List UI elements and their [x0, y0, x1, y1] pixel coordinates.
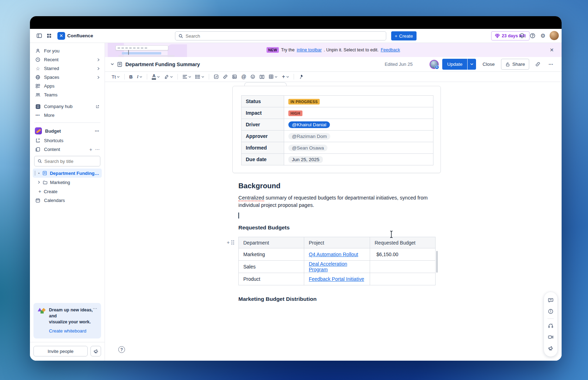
sidebar-item-calendars[interactable]: Calendars — [33, 196, 102, 205]
invite-people-button[interactable]: Invite people — [33, 346, 88, 356]
project-link[interactable]: Feedback Portal Initiative — [309, 276, 364, 282]
column-header[interactable]: Project — [304, 237, 370, 248]
collapse-sidebar-icon[interactable] — [34, 31, 44, 41]
emoji-icon[interactable] — [249, 72, 257, 81]
banner-close-icon[interactable]: ✕ — [548, 46, 555, 53]
link-icon[interactable] — [221, 72, 230, 81]
align-dropdown[interactable] — [181, 72, 193, 81]
user-avatar[interactable] — [550, 31, 559, 40]
sidebar-item-shortcuts[interactable]: Shortcuts — [33, 136, 102, 145]
requested-budgets-heading[interactable]: Requested Budgets — [238, 224, 435, 231]
column-header[interactable]: Requested Budget — [370, 237, 436, 248]
mention-icon[interactable]: @ — [239, 72, 248, 81]
drag-handle-icon[interactable] — [231, 240, 234, 245]
date-chip[interactable]: Jun 25, 2025 — [288, 156, 323, 163]
project-link[interactable]: Deal Acceleration Program — [309, 261, 347, 272]
distribution-heading[interactable]: Marketing Budget Distribution — [238, 296, 435, 302]
sidebar-item-recent[interactable]: Recent — [33, 55, 102, 64]
editor-help-button[interactable]: ? — [118, 346, 125, 353]
window-titlebar[interactable] — [30, 16, 562, 29]
page-title[interactable]: Department Funding Summary — [125, 62, 200, 67]
project-link[interactable]: Q4 Automation Rollout — [309, 252, 358, 257]
editor-canvas[interactable]: Status IN PROGRESS Impact HIGH Driver @K… — [105, 82, 562, 361]
bold-button[interactable]: B — [127, 72, 135, 81]
sidebar-item-for-you[interactable]: For you — [33, 46, 102, 55]
mention-chip[interactable]: @Sean Osawa — [288, 145, 327, 151]
chevron-right-icon[interactable] — [38, 180, 40, 184]
insert-dropdown[interactable]: + — [280, 72, 290, 81]
layout-columns-icon[interactable] — [258, 72, 266, 81]
share-button[interactable]: Share — [501, 59, 529, 70]
page-properties-panel[interactable]: Status IN PROGRESS Impact HIGH Driver @K… — [232, 86, 441, 173]
update-dropdown-button[interactable] — [468, 59, 476, 70]
space-header-budget[interactable]: Budget ⋯ — [33, 126, 102, 136]
pin-toolbar-icon[interactable] — [297, 72, 305, 81]
add-content-icon[interactable]: + — [89, 147, 92, 152]
column-header[interactable]: Department — [239, 237, 304, 248]
impact-badge[interactable]: HIGH — [288, 110, 302, 116]
property-label[interactable]: Driver — [242, 119, 284, 131]
mention-chip[interactable]: @Khairul Danial — [288, 121, 330, 128]
list-dropdown[interactable] — [194, 72, 206, 81]
info-icon[interactable] — [546, 306, 556, 316]
highlight-dropdown[interactable] — [162, 72, 175, 81]
table-scrollbar[interactable] — [436, 251, 438, 273]
more-actions-icon[interactable]: ⋯ — [546, 59, 556, 69]
promo-more-icon[interactable]: ⋯ — [93, 306, 98, 311]
feedback-megaphone-button[interactable] — [90, 346, 101, 356]
table-dropdown[interactable] — [267, 72, 279, 81]
update-button[interactable]: Update — [442, 59, 468, 70]
copy-link-icon[interactable] — [533, 59, 543, 69]
property-label[interactable]: Informed — [242, 142, 284, 154]
sidebar-item-teams[interactable]: Teams — [33, 90, 102, 99]
edited-label[interactable]: Edited Jun 25 — [384, 62, 413, 67]
background-paragraph[interactable]: Centralized summary of requested budgets… — [238, 194, 435, 209]
sidebar-item-more[interactable]: ⋯ More — [33, 111, 102, 120]
background-heading[interactable]: Background — [238, 182, 435, 190]
add-row-icon[interactable]: + — [227, 240, 230, 245]
collaborator-avatar[interactable]: K — [430, 60, 439, 69]
sidebar-item-company-hub[interactable]: Company hub — [33, 102, 102, 111]
status-badge[interactable]: IN PROGRESS — [288, 99, 320, 104]
spellcheck-word[interactable]: Centralized — [238, 195, 264, 201]
headset-icon[interactable] — [546, 321, 556, 331]
text-style-dropdown[interactable]: Tt — [110, 72, 121, 81]
tree-search[interactable] — [34, 156, 100, 166]
tree-item-marketing[interactable]: Marketing — [33, 178, 102, 187]
app-switcher-icon[interactable] — [44, 31, 54, 41]
content-more-icon[interactable]: ⋯ — [95, 147, 100, 152]
megaphone-icon[interactable] — [546, 343, 556, 353]
chevron-down-icon[interactable] — [111, 63, 114, 65]
tree-search-input[interactable] — [44, 159, 97, 164]
close-button[interactable]: Close — [480, 62, 498, 67]
tree-create[interactable]: + Create — [33, 187, 102, 196]
feedback-link[interactable]: Feedback — [381, 48, 400, 52]
property-label[interactable]: Approver — [242, 131, 284, 142]
mention-chip[interactable]: @Raziman Dom — [288, 133, 330, 140]
space-more-icon[interactable]: ⋯ — [95, 128, 100, 134]
property-label[interactable]: Due date — [242, 154, 284, 165]
video-camera-icon[interactable] — [546, 332, 556, 342]
search-input[interactable] — [186, 33, 383, 39]
property-label[interactable]: Status — [242, 96, 284, 107]
text-color-dropdown[interactable]: A — [150, 72, 162, 81]
inline-toolbar-link[interactable]: inline toolbar — [297, 48, 322, 52]
global-search[interactable] — [175, 31, 386, 40]
notifications-icon[interactable] — [518, 32, 526, 39]
tree-item-department-funding-summary[interactable]: • Department Funding Summary — [33, 169, 102, 178]
create-whiteboard-link[interactable]: Create whiteboard — [49, 328, 86, 334]
image-icon[interactable] — [230, 72, 239, 81]
empty-paragraph[interactable] — [238, 213, 435, 219]
italic-dropdown[interactable]: I — [135, 72, 144, 81]
sidebar-item-starred[interactable]: ☆ Starred — [33, 64, 102, 73]
task-checkbox-icon[interactable] — [212, 72, 220, 81]
confluence-logo[interactable]: ✕ — [57, 32, 65, 40]
property-label[interactable]: Impact — [242, 107, 284, 119]
create-button[interactable]: + Create — [391, 31, 417, 40]
help-icon[interactable] — [528, 32, 536, 39]
settings-gear-icon[interactable]: ⚙ — [539, 32, 547, 39]
sidebar-item-apps[interactable]: Apps — [33, 82, 102, 90]
sidebar-item-spaces[interactable]: Spaces — [33, 73, 102, 82]
sidebar-item-content[interactable]: Content + ⋯ — [33, 145, 102, 154]
comments-icon[interactable] — [546, 295, 556, 305]
